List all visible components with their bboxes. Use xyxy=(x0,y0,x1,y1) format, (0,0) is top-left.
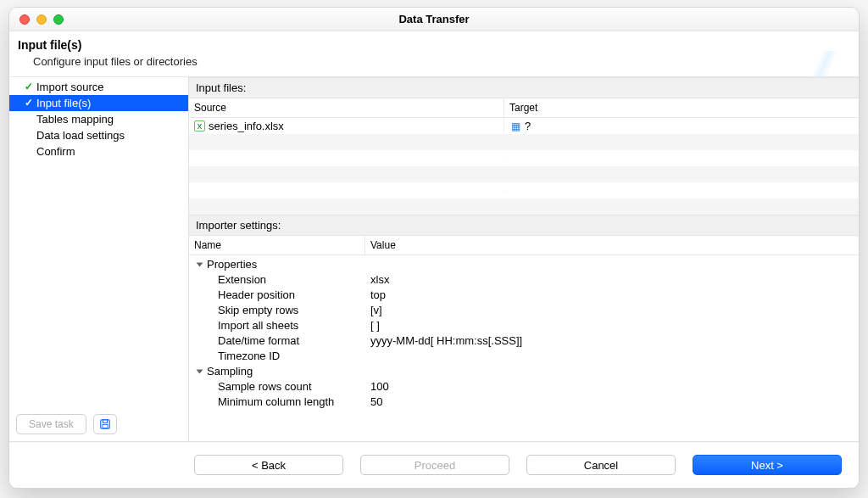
wizard-body: Import sourceInput file(s)Tables mapping… xyxy=(9,77,859,442)
titlebar[interactable]: Data Transfer xyxy=(9,8,859,31)
window-title: Data Transfer xyxy=(9,13,859,25)
input-files-label: Input files: xyxy=(189,77,859,98)
setting-value[interactable]: [v] xyxy=(365,303,859,318)
wizard-header: Input file(s) Configure input files or d… xyxy=(9,31,859,77)
proceed-button: Proceed xyxy=(360,455,509,475)
traffic-lights xyxy=(19,14,64,25)
step-item[interactable]: Confirm xyxy=(9,143,188,159)
setting-name: Skip empty rows xyxy=(189,303,365,318)
settings-item[interactable]: Minimum column length50 xyxy=(189,394,859,410)
save-icon xyxy=(99,418,111,430)
next-button[interactable]: Next > xyxy=(693,455,842,475)
settings-tree: PropertiesExtensionxlsxHeader positionto… xyxy=(189,255,859,411)
step-item[interactable]: Input file(s) xyxy=(9,95,188,111)
table-row-empty xyxy=(189,182,859,199)
setting-value[interactable]: [ ] xyxy=(365,318,859,333)
source-filename: series_info.xlsx xyxy=(209,120,284,132)
col-source[interactable]: Source xyxy=(189,98,504,117)
input-files-columns: Source Target xyxy=(189,98,859,118)
table-row-empty xyxy=(189,150,859,166)
setting-value[interactable]: xlsx xyxy=(365,272,859,288)
page-title: Input file(s) xyxy=(18,38,850,52)
settings-item[interactable]: Extensionxlsx xyxy=(189,272,859,288)
setting-value[interactable]: 100 xyxy=(365,379,859,394)
setting-value[interactable] xyxy=(365,349,859,364)
svg-rect-2 xyxy=(103,424,108,428)
table-row-empty xyxy=(189,134,859,150)
step-list: Import sourceInput file(s)Tables mapping… xyxy=(9,77,188,407)
setting-name: Header position xyxy=(189,288,365,303)
save-task-button[interactable]: Save task xyxy=(16,414,86,434)
setting-name: Sample rows count xyxy=(189,379,365,394)
settings-item[interactable]: Skip empty rows[v] xyxy=(189,303,859,318)
settings-item[interactable]: Timezone ID xyxy=(189,349,859,364)
dialog-window: Data Transfer Input file(s) Configure in… xyxy=(8,7,860,489)
settings-item[interactable]: Sample rows count100 xyxy=(189,379,859,394)
header-decoration xyxy=(791,51,859,76)
table-icon: ▦ xyxy=(509,120,521,132)
setting-value[interactable]: yyyy-MM-dd[ HH:mm:ss[.SSS]] xyxy=(365,333,859,349)
settings-group[interactable]: Sampling xyxy=(189,364,859,379)
settings-item[interactable]: Header positiontop xyxy=(189,288,859,303)
steps-sidebar: Import sourceInput file(s)Tables mapping… xyxy=(9,77,189,441)
target-name: ? xyxy=(525,120,531,132)
step-item[interactable]: Import source xyxy=(9,79,188,95)
step-item[interactable]: Tables mapping xyxy=(9,111,188,127)
back-button[interactable]: < Back xyxy=(194,455,343,475)
sidebar-footer: Save task xyxy=(9,407,188,441)
col-name[interactable]: Name xyxy=(189,236,365,255)
table-row-empty xyxy=(189,166,859,182)
input-files-rows: xseries_info.xlsx▦? xyxy=(189,118,859,215)
setting-value[interactable]: top xyxy=(365,288,859,303)
importer-columns: Name Value xyxy=(189,236,859,255)
col-value[interactable]: Value xyxy=(365,236,859,255)
step-item[interactable]: Data load settings xyxy=(9,127,188,143)
xlsx-file-icon: x xyxy=(194,120,205,131)
main-panel: Input files: Source Target xseries_info.… xyxy=(189,77,859,441)
cancel-button[interactable]: Cancel xyxy=(526,455,676,475)
table-row-empty xyxy=(189,199,859,215)
settings-item[interactable]: Import all sheets[ ] xyxy=(189,318,859,333)
save-task-config-button[interactable] xyxy=(93,414,117,434)
importer-settings-table: Name Value PropertiesExtensionxlsxHeader… xyxy=(189,236,859,441)
wizard-footer: < Back Proceed Cancel Next > xyxy=(9,442,859,488)
col-target[interactable]: Target xyxy=(504,98,859,117)
close-icon[interactable] xyxy=(19,14,30,25)
zoom-icon[interactable] xyxy=(53,14,64,25)
svg-rect-1 xyxy=(103,420,107,423)
setting-name: Import all sheets xyxy=(189,318,365,333)
importer-settings-label: Importer settings: xyxy=(189,215,859,236)
input-files-table: Source Target xseries_info.xlsx▦? xyxy=(189,98,859,215)
setting-name: Extension xyxy=(189,272,365,288)
settings-group[interactable]: Properties xyxy=(189,257,859,272)
page-subtitle: Configure input files or directories xyxy=(18,55,850,68)
setting-value[interactable]: 50 xyxy=(365,394,859,410)
setting-name: Minimum column length xyxy=(189,394,365,410)
minimize-icon[interactable] xyxy=(36,14,47,25)
settings-item[interactable]: Date/time formatyyyy-MM-dd[ HH:mm:ss[.SS… xyxy=(189,333,859,349)
setting-name: Timezone ID xyxy=(189,349,365,364)
setting-name: Date/time format xyxy=(189,333,365,349)
table-row[interactable]: xseries_info.xlsx▦? xyxy=(189,118,859,134)
